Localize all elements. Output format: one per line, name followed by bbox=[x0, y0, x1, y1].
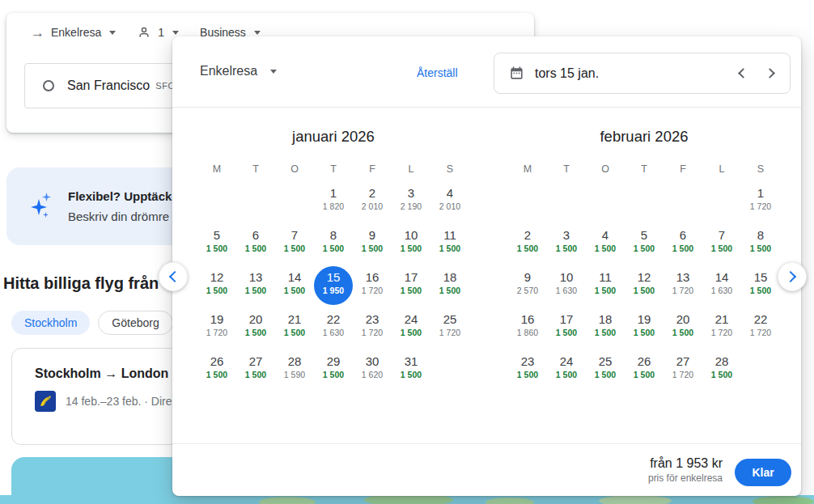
calendar-day-24[interactable]: 241 500 bbox=[392, 307, 430, 349]
calendar-day-21[interactable]: 211 500 bbox=[275, 307, 314, 349]
calendar-day-22[interactable]: 221 720 bbox=[741, 307, 780, 349]
day-price: 1 820 bbox=[314, 201, 353, 212]
calendar-day-12[interactable]: 121 500 bbox=[197, 265, 236, 307]
chevron-down-icon bbox=[109, 31, 116, 35]
day-price: 1 630 bbox=[547, 285, 586, 296]
calendar-day-6[interactable]: 61 500 bbox=[663, 223, 702, 265]
calendar-day-26[interactable]: 261 500 bbox=[625, 349, 663, 392]
day-number: 24 bbox=[392, 307, 430, 327]
weekday-label: T bbox=[625, 159, 663, 179]
calendar-day-5[interactable]: 51 500 bbox=[197, 223, 236, 265]
calendar-day-13[interactable]: 131 720 bbox=[663, 265, 702, 307]
calendar-day-28[interactable]: 281 500 bbox=[702, 349, 741, 392]
calendar-day-19[interactable]: 191 720 bbox=[197, 307, 236, 349]
calendar-day-14[interactable]: 141 630 bbox=[702, 265, 741, 307]
calendar-day-11[interactable]: 111 500 bbox=[586, 265, 625, 307]
calendar-day-9[interactable]: 92 570 bbox=[508, 265, 547, 307]
chip-goteborg[interactable]: Göteborg bbox=[98, 311, 172, 335]
calendar-day-7[interactable]: 71 500 bbox=[275, 223, 314, 265]
calendar-day-25[interactable]: 251 720 bbox=[430, 307, 469, 349]
day-price: 1 500 bbox=[625, 327, 663, 338]
previous-day-icon[interactable] bbox=[738, 68, 748, 78]
weekday-label: F bbox=[353, 159, 392, 179]
carousel-next-button[interactable] bbox=[778, 262, 807, 291]
day-number: 6 bbox=[663, 223, 702, 243]
weekday-label: S bbox=[430, 159, 469, 179]
day-number: 18 bbox=[430, 265, 469, 285]
calendar-day-6[interactable]: 61 500 bbox=[236, 223, 275, 265]
day-price: 1 500 bbox=[197, 243, 236, 254]
calendar-day-28[interactable]: 281 590 bbox=[275, 349, 314, 392]
calendar-day-15[interactable]: 151 500 bbox=[741, 265, 780, 307]
calendar-day-1[interactable]: 11 820 bbox=[314, 181, 353, 223]
reset-link[interactable]: Återställ bbox=[417, 66, 458, 79]
calendar-day-23[interactable]: 231 720 bbox=[353, 307, 392, 349]
calendar-day-19[interactable]: 191 500 bbox=[625, 307, 663, 349]
footer-price-block: från 1 953 kr pris för enkelresa bbox=[648, 455, 723, 485]
calendar-day-13[interactable]: 131 500 bbox=[236, 265, 275, 307]
calendar-day-29[interactable]: 291 500 bbox=[314, 349, 353, 392]
calendar-day-25[interactable]: 251 500 bbox=[586, 349, 625, 392]
done-button[interactable]: Klar bbox=[735, 459, 791, 486]
calendar-day-22[interactable]: 221 630 bbox=[314, 307, 353, 349]
trip-type-label: Enkelresa bbox=[51, 26, 101, 39]
weekday-row: MTOTFLS bbox=[197, 159, 469, 179]
calendar-day-12[interactable]: 121 500 bbox=[625, 265, 663, 307]
carousel-previous-button[interactable] bbox=[159, 262, 188, 291]
calendar-day-31[interactable]: 311 500 bbox=[392, 349, 430, 392]
calendar-day-16[interactable]: 161 860 bbox=[508, 307, 547, 349]
calendar-day-18[interactable]: 181 500 bbox=[430, 265, 469, 307]
dialog-trip-type-dropdown[interactable]: Enkelresa bbox=[200, 64, 277, 78]
origin-ring-icon bbox=[43, 80, 54, 91]
calendar-day-26[interactable]: 261 500 bbox=[197, 349, 236, 392]
day-price: 1 500 bbox=[197, 369, 236, 380]
map-strip[interactable] bbox=[0, 495, 814, 504]
chevron-down-icon bbox=[254, 31, 261, 35]
weekday-row: MTOTFLS bbox=[508, 159, 780, 179]
calendar-day-8[interactable]: 81 500 bbox=[741, 223, 780, 265]
calendar-day-4[interactable]: 42 010 bbox=[430, 181, 469, 223]
month-january: januari 2026 MTOTFLS 11 82022 01032 1904… bbox=[197, 127, 469, 392]
next-day-icon[interactable] bbox=[765, 68, 775, 78]
calendar-day-10[interactable]: 101 500 bbox=[392, 223, 430, 265]
calendar-day-2[interactable]: 21 500 bbox=[508, 223, 547, 265]
calendar-day-27[interactable]: 271 500 bbox=[236, 349, 275, 392]
day-price: 1 500 bbox=[314, 369, 353, 380]
day-number: 13 bbox=[663, 265, 702, 285]
day-number: 27 bbox=[663, 349, 702, 369]
calendar-day-10[interactable]: 101 630 bbox=[547, 265, 586, 307]
calendar-day-8[interactable]: 81 500 bbox=[314, 223, 353, 265]
calendar-day-9[interactable]: 91 500 bbox=[353, 223, 392, 265]
calendar-day-30[interactable]: 301 620 bbox=[353, 349, 392, 392]
day-price: 1 500 bbox=[275, 243, 314, 254]
day-price: 1 720 bbox=[741, 201, 780, 212]
calendar-day-1[interactable]: 11 720 bbox=[741, 181, 780, 223]
empty-day-cell bbox=[197, 181, 236, 223]
trip-type-dropdown[interactable]: → Enkelresa bbox=[24, 23, 122, 43]
calendar-day-2[interactable]: 22 010 bbox=[353, 181, 392, 223]
calendar-day-3[interactable]: 32 190 bbox=[392, 181, 430, 223]
chip-stockholm[interactable]: Stockholm bbox=[11, 311, 90, 335]
calendar-day-27[interactable]: 271 720 bbox=[663, 349, 702, 392]
calendar-day-7[interactable]: 71 500 bbox=[702, 223, 741, 265]
calendar-day-21[interactable]: 211 720 bbox=[702, 307, 741, 349]
departure-date-field[interactable]: tors 15 jan. bbox=[494, 53, 791, 94]
calendar-day-16[interactable]: 161 720 bbox=[353, 265, 392, 307]
day-price: 1 720 bbox=[741, 327, 780, 338]
calendar-day-11[interactable]: 111 500 bbox=[430, 223, 469, 265]
calendar-day-14[interactable]: 141 500 bbox=[275, 265, 314, 307]
calendar-day-17[interactable]: 171 500 bbox=[392, 265, 430, 307]
calendar-day-17[interactable]: 171 500 bbox=[547, 307, 586, 349]
day-price: 1 860 bbox=[508, 327, 547, 338]
calendar-day-23[interactable]: 231 500 bbox=[508, 349, 547, 392]
calendar-day-5[interactable]: 51 500 bbox=[625, 223, 663, 265]
calendar-day-24[interactable]: 241 500 bbox=[547, 349, 586, 392]
calendar-day-3[interactable]: 31 500 bbox=[547, 223, 586, 265]
calendar-day-18[interactable]: 181 500 bbox=[586, 307, 625, 349]
calendar-day-15[interactable]: 151 950 bbox=[314, 265, 353, 307]
day-number: 30 bbox=[353, 349, 392, 369]
day-number: 19 bbox=[625, 307, 663, 327]
calendar-day-20[interactable]: 201 500 bbox=[663, 307, 702, 349]
calendar-day-4[interactable]: 41 500 bbox=[586, 223, 625, 265]
calendar-day-20[interactable]: 201 500 bbox=[236, 307, 275, 349]
